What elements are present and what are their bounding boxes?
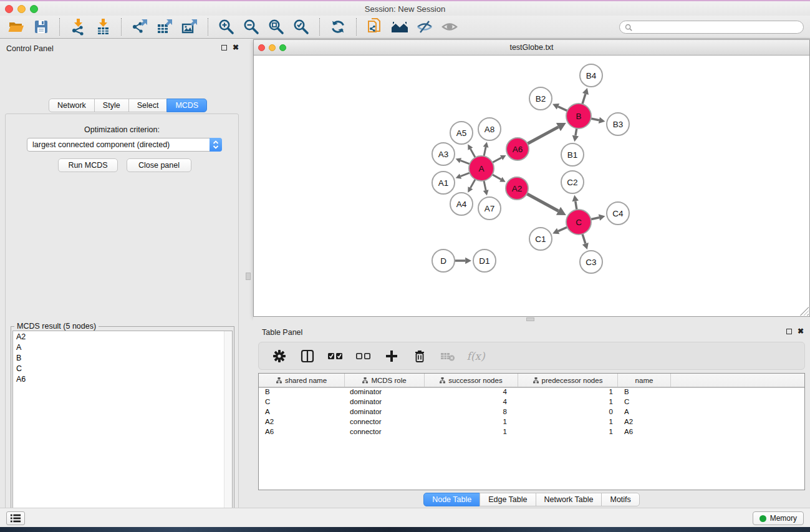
result-item[interactable]: A6 [13, 374, 232, 384]
toolbar-separator [121, 18, 122, 36]
table-cell: 1 [518, 388, 618, 398]
column-header-MCDS-role[interactable]: MCDS role [345, 374, 425, 387]
trash-icon [413, 349, 426, 363]
toolbar-separator [356, 18, 357, 36]
table-row[interactable]: A6connector11A6 [259, 428, 804, 438]
table-cell: A2 [259, 418, 345, 428]
result-item[interactable]: A2 [13, 331, 232, 342]
graph-node-label: C1 [535, 235, 546, 244]
criterion-dropdown[interactable]: largest connected component (directed) [27, 138, 222, 152]
task-history-button[interactable] [6, 511, 25, 525]
delete-table-icon [440, 351, 455, 362]
table-tab-node-table[interactable]: Node Table [423, 493, 480, 506]
table-row[interactable]: Bdominator41B [259, 388, 804, 398]
table-tab-edge-table[interactable]: Edge Table [480, 493, 536, 506]
network-canvas[interactable]: B4B2BB3A8A5A6A3B1AC2A1A2A4A7C4CC1DD1C3 [254, 56, 809, 316]
houses-icon [390, 19, 409, 35]
zoom-fit-button[interactable] [264, 17, 289, 37]
float-panel-icon[interactable] [221, 45, 227, 51]
graph-node-label: B [576, 112, 581, 121]
mcds-result-list: A2ABCA6 [12, 331, 233, 532]
result-item[interactable]: B [13, 352, 232, 363]
zoom-in-button[interactable] [214, 17, 239, 37]
save-icon [33, 19, 49, 35]
close-table-panel-icon[interactable]: ✖ [798, 329, 804, 334]
create-column-button[interactable] [382, 346, 401, 366]
first-neighbors-button[interactable] [387, 17, 412, 37]
table-settings-button[interactable] [270, 346, 289, 366]
select-all-button[interactable] [326, 346, 345, 366]
table-row[interactable]: A2connector11A2 [259, 418, 804, 428]
save-session-button[interactable] [29, 17, 54, 37]
deselect-all-button[interactable] [354, 346, 373, 366]
graph-node-label: C [576, 218, 582, 227]
search-field[interactable] [619, 21, 804, 34]
function-builder-button[interactable]: f(x) [466, 346, 485, 366]
graph-arrowhead [483, 190, 489, 195]
column-header-predecessor-nodes[interactable]: predecessor nodes [518, 374, 618, 387]
delete-column-button[interactable] [410, 346, 429, 366]
show-all-button[interactable] [437, 17, 462, 37]
table-cell: A6 [259, 428, 345, 438]
new-network-from-selection-button[interactable] [362, 17, 387, 37]
column-header-successor-nodes[interactable]: successor nodes [425, 374, 518, 387]
divider-handle[interactable] [526, 317, 534, 321]
table-cell: dominator [345, 388, 425, 398]
dropdown-stepper [210, 138, 222, 152]
zoom-selected-button[interactable] [289, 17, 314, 37]
table-row[interactable]: Adominator80A [259, 408, 804, 418]
list-icon [9, 513, 22, 524]
tab-mcds[interactable]: MCDS [166, 99, 207, 112]
table-cell: A [259, 408, 345, 418]
window-titlebar: Session: New Session [0, 0, 810, 16]
table-tab-network-table[interactable]: Network Table [536, 493, 602, 506]
table-cell: connector [345, 428, 425, 438]
open-folder-icon [7, 18, 25, 36]
graph-arrowhead [582, 88, 589, 95]
result-item[interactable]: A [13, 342, 232, 352]
chevron-up-down-icon [213, 140, 219, 149]
column-header-shared-name[interactable]: shared name [259, 374, 345, 387]
close-panel-icon[interactable]: ✖ [233, 45, 239, 51]
network-window-titlebar[interactable]: testGlobe.txt [254, 40, 809, 56]
split-divider-horizontal[interactable] [253, 317, 810, 324]
tab-style[interactable]: Style [94, 99, 129, 112]
export-network-button[interactable] [127, 17, 152, 37]
import-table-button[interactable] [90, 17, 115, 37]
show-columns-button[interactable] [298, 346, 317, 366]
graph-arrowhead [465, 258, 471, 264]
memory-button[interactable]: Memory [753, 511, 804, 525]
export-image-icon [181, 18, 198, 36]
table-tab-motifs[interactable]: Motifs [601, 493, 639, 506]
memory-label: Memory [770, 514, 797, 523]
export-image-button[interactable] [177, 17, 202, 37]
table-panel-title: Table Panel [262, 328, 302, 337]
import-network-button[interactable] [65, 17, 90, 37]
table-cell: 1 [518, 418, 618, 428]
node-table: shared nameMCDS rolesuccessor nodesprede… [258, 373, 805, 490]
mcds-panel: Optimization criterion: largest connecte… [5, 114, 239, 532]
attribute-type-icon [440, 377, 445, 384]
desktop-background [0, 527, 810, 532]
window-title: Session: New Session [0, 4, 810, 14]
resize-grip-icon[interactable] [800, 307, 809, 316]
float-table-panel-icon[interactable] [786, 329, 792, 334]
divider-handle-vertical[interactable] [246, 273, 251, 280]
run-mcds-button[interactable]: Run MCDS [58, 158, 118, 172]
close-panel-button[interactable]: Close panel [127, 158, 191, 172]
unchecked-boxes-icon [356, 352, 371, 360]
delete-table-button[interactable] [438, 346, 457, 366]
zoom-out-button[interactable] [239, 17, 264, 37]
tab-network[interactable]: Network [49, 99, 95, 112]
tab-select[interactable]: Select [128, 99, 168, 112]
refresh-button[interactable] [325, 17, 350, 37]
hide-selection-button[interactable] [412, 17, 437, 37]
export-table-button[interactable] [152, 17, 177, 37]
control-panel-title: Control Panel [6, 44, 54, 53]
column-header-name[interactable]: name [618, 374, 671, 387]
result-scrollbar[interactable] [224, 331, 232, 532]
table-row[interactable]: Cdominator41C [259, 398, 804, 408]
search-input[interactable] [635, 23, 798, 32]
open-session-button[interactable] [4, 17, 29, 37]
result-item[interactable]: C [13, 363, 232, 374]
